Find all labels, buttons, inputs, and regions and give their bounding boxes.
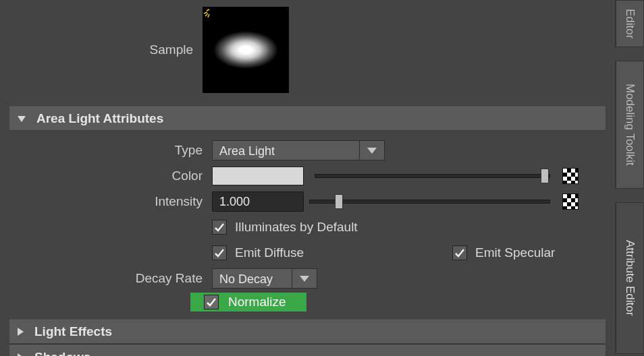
- intensity-input[interactable]: [212, 191, 304, 212]
- sample-preview[interactable]: [203, 7, 289, 93]
- normalize-label: Normalize: [228, 295, 286, 309]
- svg-line-2: [208, 14, 209, 18]
- type-dropdown-button[interactable]: [359, 140, 385, 160]
- type-dropdown[interactable]: Area Light: [212, 140, 385, 160]
- intensity-slider[interactable]: [309, 200, 550, 204]
- color-swatch[interactable]: [212, 167, 304, 185]
- tab-modeling-toolkit[interactable]: Modeling Toolkit: [615, 61, 644, 189]
- emit-diffuse-label: Emit Diffuse: [235, 245, 304, 260]
- decay-rate-value: No Decay: [212, 268, 292, 289]
- checkbox-icon: [212, 245, 227, 260]
- tab-editor[interactable]: Editor: [615, 0, 644, 47]
- sample-glow: [205, 26, 286, 73]
- color-map-button[interactable]: [562, 168, 579, 184]
- svg-line-0: [205, 13, 208, 16]
- decay-rate-dropdown-button[interactable]: [292, 268, 317, 289]
- intensity-label: Intensity: [9, 194, 212, 209]
- chevron-down-icon: [18, 116, 26, 122]
- color-label: Color: [9, 169, 212, 183]
- section-title: Area Light Attributes: [36, 111, 163, 126]
- checkbox-icon: [204, 295, 219, 309]
- type-label: Type: [9, 143, 212, 158]
- chevron-right-icon: [18, 328, 24, 336]
- section-title: Light Effects: [34, 324, 112, 339]
- decay-rate-dropdown[interactable]: No Decay: [212, 268, 317, 289]
- emit-specular-checkbox[interactable]: Emit Specular: [452, 245, 555, 260]
- chevron-down-icon: [300, 276, 309, 282]
- section-header-area-light[interactable]: Area Light Attributes: [9, 107, 606, 131]
- svg-line-1: [204, 12, 207, 13]
- svg-line-3: [207, 9, 209, 11]
- emit-diffuse-checkbox[interactable]: Emit Diffuse: [212, 245, 304, 260]
- section-header-light-effects[interactable]: Light Effects: [9, 320, 606, 344]
- intensity-map-button[interactable]: [562, 194, 579, 210]
- color-slider-thumb[interactable]: [541, 169, 549, 183]
- section-title: Shadows: [34, 350, 90, 356]
- tab-attribute-editor[interactable]: Attribute Editor: [615, 202, 644, 354]
- color-slider[interactable]: [315, 174, 550, 178]
- sample-label: Sample: [0, 42, 203, 57]
- section-header-shadows[interactable]: Shadows: [9, 345, 606, 356]
- emit-specular-label: Emit Specular: [475, 245, 555, 260]
- chevron-right-icon: [18, 353, 24, 356]
- checkbox-icon: [212, 220, 227, 235]
- chevron-down-icon: [367, 148, 377, 154]
- intensity-slider-thumb[interactable]: [335, 194, 343, 209]
- area-light-body: Type Area Light Color: [0, 132, 615, 318]
- type-value: Area Light: [212, 140, 359, 160]
- sample-corner-icon: [204, 8, 213, 18]
- checkbox-icon: [452, 245, 467, 260]
- decay-rate-label: Decay Rate: [9, 271, 212, 286]
- illuminates-default-checkbox[interactable]: Illuminates by Default: [212, 220, 358, 235]
- normalize-checkbox[interactable]: Normalize: [190, 293, 306, 312]
- illuminates-default-label: Illuminates by Default: [235, 220, 358, 235]
